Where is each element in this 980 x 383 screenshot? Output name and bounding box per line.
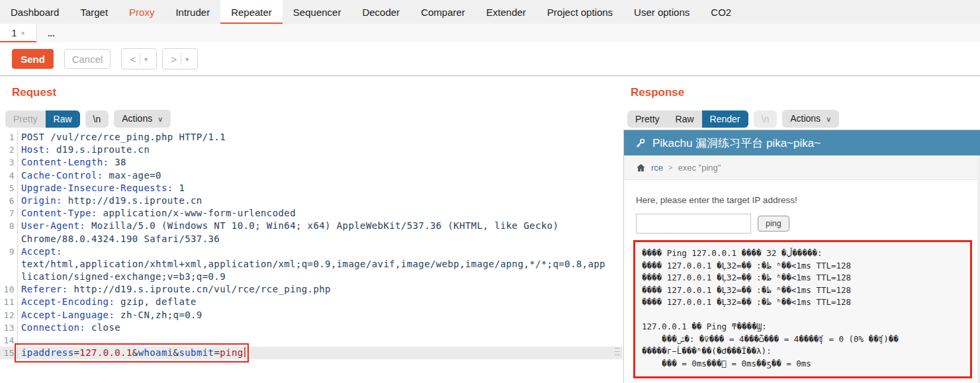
cancel-button[interactable]: Cancel [64,49,111,69]
ping-output-annotation-box: ���� Ping 127.0.0.1 ���� 32 �ֽڵ�����: ��… [633,240,972,378]
actions-menu-button[interactable]: Actions∨ [114,110,171,128]
menu-item-dashboard[interactable]: Dashboard [0,0,69,24]
divider [140,53,140,65]
back-dropdown-icon[interactable]: ▾ [144,56,148,63]
ip-address-input[interactable] [636,214,751,234]
menu-item-user-options[interactable]: User options [623,0,700,24]
request-line-10: 10Referer: http://d19.s.iproute.cn/vul/r… [0,283,623,296]
line-number: 8 [0,220,18,232]
text-cursor [244,347,245,357]
key-icon [635,138,646,149]
request-line-4: 4Cache-Control: max-age=0 [0,169,623,182]
tab-pretty[interactable]: Pretty [5,110,46,128]
request-line-9: 9Accept: [0,245,623,258]
send-button[interactable]: Send [12,49,54,69]
forward-arrow-icon: > [171,54,177,65]
request-title: Request [12,86,56,99]
menu-item-intruder[interactable]: Intruder [165,0,220,24]
repeater-tab-bar: 1 × ... [0,24,980,43]
request-line-wrap: Chrome/88.0.4324.190 Safari/537.36 [0,233,623,245]
line-number: 9 [0,245,18,258]
line-number: 10 [0,283,18,296]
request-line-2: 2Host: d19.s.iproute.cn [0,144,623,156]
request-line-11: 11Accept-Encoding: gzip, deflate [0,296,623,308]
response-title: Response [631,86,684,99]
response-view-tabs: Pretty Raw Render \n Actions∨ [627,110,839,128]
line-number: 4 [0,169,18,182]
chevron-down-icon: ∨ [157,115,163,123]
request-line-7: 7Content-Type: application/x-www-form-ur… [0,207,623,220]
request-line-8: 8User-Agent: Mozilla/5.0 (Windows NT 10.… [0,220,623,232]
request-editor[interactable]: 1POST /vul/rce/rce_ping.php HTTP/1.12Hos… [0,131,623,383]
breadcrumb-link-rce[interactable]: rce [651,163,663,173]
line-number: 5 [0,182,18,194]
menu-item-co2[interactable]: CO2 [700,0,742,24]
line-number: 14 [0,334,18,347]
menu-item-project-options[interactable]: Project options [537,0,623,24]
tab-newline: \n [754,110,778,128]
menu-item-sequencer[interactable]: Sequencer [283,0,352,24]
line-number [0,233,18,245]
ping-prompt-text: Here, please enter the target IP address… [636,195,980,205]
close-icon[interactable]: × [21,29,24,37]
line-number: 2 [0,144,18,156]
repeater-tab-label: 1 [11,28,17,38]
forward-button[interactable]: > ▾ [162,48,198,69]
ping-output: ���� Ping 127.0.0.1 ���� 32 �ֽڵ�����: ��… [642,247,967,370]
line-number: 11 [0,296,18,308]
tab-raw[interactable]: Raw [668,110,702,128]
request-view-tabs: Pretty Raw \n Actions∨ [5,110,171,128]
divider [181,53,181,65]
menu-bar: DashboardTargetProxyIntruderRepeaterSequ… [0,0,980,24]
line-number [0,258,18,271]
menu-item-extender[interactable]: Extender [476,0,537,24]
breadcrumb: rce > exec "ping" [624,155,980,180]
line-number: 13 [0,321,18,334]
repeater-tab-1[interactable]: 1 × [0,24,37,42]
actions-menu-button[interactable]: Actions∨ [782,110,839,128]
home-icon[interactable] [636,163,646,173]
menu-item-decoder[interactable]: Decoder [351,0,410,24]
more-tabs-button[interactable]: ... [37,24,66,42]
ping-button[interactable]: ping [758,216,789,232]
line-number: 6 [0,194,18,207]
request-line-6: 6Origin: http://d19.s.iproute.cn [0,194,623,207]
breadcrumb-current-page: exec "ping" [678,163,721,173]
back-arrow-icon: < [130,54,136,65]
tab-raw[interactable]: Raw [46,110,80,128]
request-line-14: 14 [0,334,623,347]
ping-form: ping [636,214,980,234]
request-line-5: 5Upgrade-Insecure-Requests: 1 [0,182,623,194]
rendered-response: Pikachu 漏洞练习平台 pika~pika~ rce > exec "pi… [623,130,980,383]
forward-dropdown-icon[interactable]: ▾ [185,56,189,63]
tab-render[interactable]: Render [702,110,748,128]
breadcrumb-separator: > [668,163,672,171]
line-number [0,271,18,283]
line-number: 12 [0,309,18,321]
request-line-12: 12Accept-Language: zh-CN,zh;q=0.9 [0,309,623,321]
tab-newline[interactable]: \n [85,110,109,128]
request-line-wrap: lication/signed-exchange;v=b3;q=0.9 [0,271,623,283]
request-panel: Request Pretty Raw \n Actions∨ 1POST /vu… [0,77,623,383]
menu-item-comparer[interactable]: Comparer [410,0,476,24]
scrollbar-grip[interactable] [615,345,620,358]
line-number: 3 [0,156,18,169]
request-line-1: 1POST /vul/rce/rce_ping.php HTTP/1.1 [0,131,623,144]
burp-repeater-window: DashboardTargetProxyIntruderRepeaterSequ… [0,0,980,383]
request-line-3: 3Content-Length: 38 [0,156,623,169]
tab-pretty[interactable]: Pretty [627,110,668,128]
menu-item-target[interactable]: Target [69,0,118,24]
response-scrollbar[interactable] [977,155,980,383]
line-number: 7 [0,207,18,220]
request-line-wrap: text/html,application/xhtml+xml,applicat… [0,258,623,271]
line-number: 1 [0,131,18,144]
actions-label: Actions [790,113,821,124]
request-line-15: 15ipaddress=127.0.0.1&whoami&submit=ping [0,347,623,359]
line-number: 15 [0,347,18,359]
back-button[interactable]: < ▾ [121,48,157,69]
actions-label: Actions [122,113,152,124]
menu-item-repeater[interactable]: Repeater [220,0,283,24]
site-header: Pikachu 漏洞练习平台 pika~pika~ [624,130,980,155]
menu-item-proxy[interactable]: Proxy [118,0,165,24]
repeater-toolbar: Send Cancel < ▾ > ▾ [0,42,980,76]
